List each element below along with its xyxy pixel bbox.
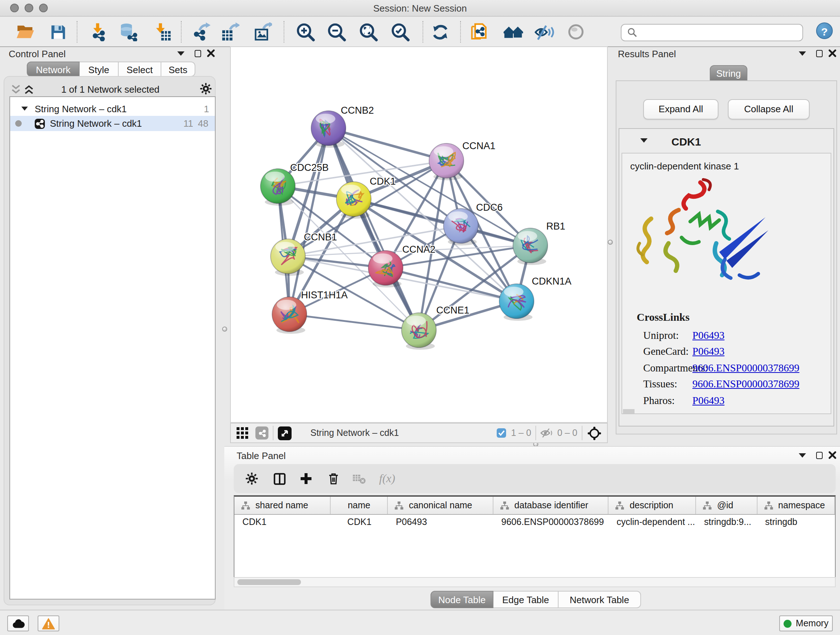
column-header-namespace[interactable]: namespace bbox=[757, 497, 835, 514]
graph-node-cdc25b[interactable] bbox=[261, 169, 295, 206]
graph-node-label: CCNB2 bbox=[341, 105, 374, 116]
detach-view-icon[interactable] bbox=[278, 426, 292, 440]
tab-network[interactable]: Network bbox=[27, 62, 80, 77]
hide-labels-icon[interactable] bbox=[534, 22, 554, 42]
crosslink-value-link[interactable]: P06493 bbox=[692, 394, 725, 407]
table-panel-float-icon[interactable] bbox=[816, 452, 823, 459]
left-splitter-handle[interactable] bbox=[222, 326, 227, 332]
tab-select[interactable]: Select bbox=[118, 62, 161, 77]
tab-style[interactable]: Style bbox=[80, 62, 118, 77]
open-session-icon[interactable] bbox=[15, 22, 35, 42]
right-splitter-handle[interactable] bbox=[608, 240, 613, 245]
memory-button[interactable]: Memory bbox=[779, 616, 833, 631]
graph-node-cdkn1a[interactable] bbox=[499, 284, 534, 321]
table-cell[interactable]: 9606.ENSP00000378699 bbox=[493, 515, 609, 529]
import-network-database-icon[interactable] bbox=[118, 22, 139, 42]
graph-node-ccna2[interactable] bbox=[368, 250, 403, 287]
protein-section-collapse-icon[interactable] bbox=[640, 138, 647, 143]
table-panel-menu-icon[interactable] bbox=[799, 453, 806, 458]
column-header-description[interactable]: description bbox=[608, 497, 696, 514]
collection-expand-icon[interactable] bbox=[21, 107, 28, 111]
control-panel-close-icon[interactable] bbox=[207, 49, 215, 57]
control-panel-float-icon[interactable] bbox=[195, 50, 201, 57]
table-cell[interactable]: stringdb:9... bbox=[696, 515, 757, 529]
export-network-icon[interactable] bbox=[191, 22, 211, 42]
graph-node-ccna1[interactable] bbox=[429, 143, 464, 180]
network-view-mode-icon[interactable] bbox=[256, 426, 268, 440]
birdseye-icon[interactable] bbox=[587, 425, 602, 440]
results-panel-menu-icon[interactable] bbox=[799, 51, 806, 56]
crosslink-value-link[interactable]: P06493 bbox=[692, 346, 725, 358]
network-collection-row[interactable]: String Network – cdk1 1 bbox=[10, 101, 215, 116]
column-header--id[interactable]: @id bbox=[696, 497, 757, 514]
tab-node-table[interactable]: Node Table bbox=[431, 591, 493, 608]
help-icon[interactable]: ? bbox=[816, 22, 833, 39]
crosslink-value-link[interactable]: 9606.ENSP00000378699 bbox=[692, 362, 799, 374]
add-column-icon[interactable] bbox=[300, 472, 313, 485]
results-panel-close-icon[interactable] bbox=[829, 49, 836, 57]
zoom-out-icon[interactable] bbox=[326, 22, 347, 42]
export-image-icon[interactable] bbox=[253, 22, 273, 42]
tab-sets[interactable]: Sets bbox=[161, 62, 195, 77]
crosslink-row: GeneCard:P06493 bbox=[643, 344, 828, 360]
graph-node-rb1[interactable] bbox=[513, 228, 548, 265]
table-cell[interactable]: cyclin-dependent ... bbox=[608, 515, 696, 529]
netbar-separator bbox=[582, 426, 583, 440]
network-canvas[interactable]: CCNB2CCNA1CDC25BCDK1CDC6RB1CCNB1CCNA2CDK… bbox=[230, 46, 608, 423]
results-panel-float-icon[interactable] bbox=[816, 50, 823, 57]
table-cell[interactable]: CDK1 bbox=[234, 515, 331, 529]
table-panel-close-icon[interactable] bbox=[829, 451, 836, 459]
export-table-icon[interactable] bbox=[220, 22, 240, 42]
column-header-canonical-name[interactable]: canonical name bbox=[388, 497, 493, 514]
delete-column-icon[interactable] bbox=[327, 472, 340, 485]
column-header-shared-name[interactable]: shared name bbox=[234, 497, 331, 514]
collapse-all-icon[interactable] bbox=[10, 84, 22, 95]
expand-all-icon[interactable] bbox=[23, 84, 35, 95]
network-options-gear-icon[interactable] bbox=[200, 82, 212, 95]
expand-all-button[interactable]: Expand All bbox=[643, 99, 718, 119]
import-table-icon[interactable] bbox=[153, 22, 173, 42]
column-header-name[interactable]: name bbox=[331, 497, 388, 514]
cloud-status-button[interactable] bbox=[7, 616, 29, 631]
warning-button[interactable] bbox=[38, 616, 59, 631]
selected-checkbox-icon[interactable] bbox=[497, 428, 507, 438]
grid-view-icon[interactable] bbox=[237, 427, 249, 439]
table-cell[interactable]: CDK1 bbox=[331, 515, 388, 529]
main-toolbar: ? bbox=[0, 17, 840, 47]
crosslink-value-link[interactable]: P06493 bbox=[692, 329, 725, 342]
graph-node-ccnb1[interactable] bbox=[271, 239, 305, 276]
crosslink-value-link[interactable]: 9606.ENSP00000378699 bbox=[692, 378, 799, 391]
graph-edge[interactable] bbox=[289, 314, 419, 330]
protein-name: CDK1 bbox=[671, 135, 701, 148]
tab-edge-table[interactable]: Edge Table bbox=[493, 591, 559, 608]
column-header-database-identifier[interactable]: database identifier bbox=[493, 497, 609, 514]
share-document-icon[interactable] bbox=[470, 22, 490, 42]
table-options-gear-icon[interactable] bbox=[245, 472, 258, 485]
zoom-fit-icon[interactable] bbox=[358, 22, 378, 42]
save-session-icon[interactable] bbox=[48, 22, 68, 42]
graph-node-hist1h1a[interactable] bbox=[272, 297, 307, 334]
show-columns-icon[interactable] bbox=[273, 472, 286, 486]
tab-string[interactable]: String bbox=[710, 65, 747, 81]
graph-node-cdk1[interactable] bbox=[336, 182, 371, 219]
control-panel-menu-icon[interactable] bbox=[177, 51, 185, 56]
table-cell[interactable]: stringdb bbox=[757, 515, 835, 529]
table-hscrollbar-thumb[interactable] bbox=[237, 579, 301, 585]
graph-node-ccne1[interactable] bbox=[401, 313, 436, 350]
table-row[interactable]: CDK1CDK1P064939606.ENSP00000378699cyclin… bbox=[234, 515, 835, 529]
network-row-selected[interactable]: String Network – cdk1 11 48 bbox=[10, 116, 215, 131]
results-scrollbar-stub[interactable] bbox=[623, 409, 635, 413]
import-network-file-icon[interactable] bbox=[88, 22, 109, 42]
network-view-toolbar: String Network – cdk1 1 – 0 0 – 0 bbox=[230, 423, 608, 443]
graph-node-cdc6[interactable] bbox=[444, 209, 478, 245]
collapse-all-button[interactable]: Collapse All bbox=[728, 99, 810, 119]
table-cell[interactable]: P06493 bbox=[388, 515, 493, 529]
table-hscrollbar[interactable] bbox=[234, 577, 836, 587]
home-icon[interactable] bbox=[503, 22, 523, 42]
visibility-icon[interactable] bbox=[566, 22, 586, 42]
zoom-in-icon[interactable] bbox=[295, 22, 316, 42]
refresh-layout-icon[interactable] bbox=[430, 22, 450, 42]
search-input[interactable] bbox=[641, 27, 802, 38]
tab-network-table[interactable]: Network Table bbox=[559, 591, 641, 608]
zoom-selected-icon[interactable] bbox=[390, 22, 410, 42]
